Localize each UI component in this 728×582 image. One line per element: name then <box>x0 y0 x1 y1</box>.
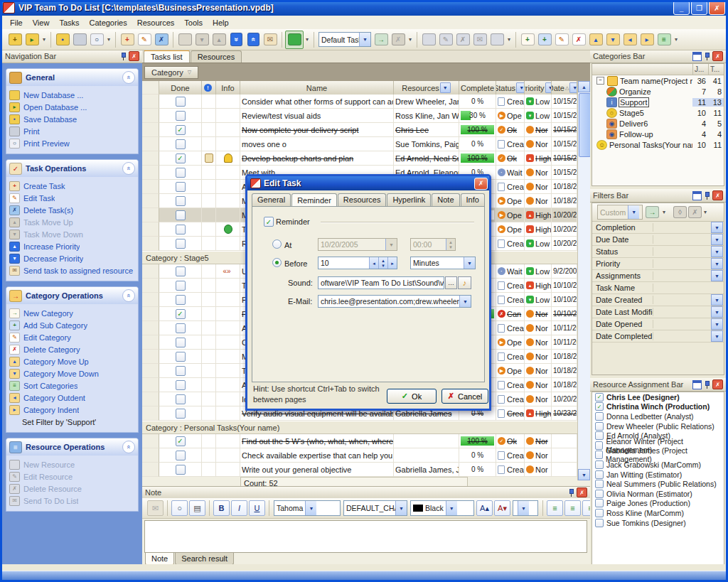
close-icon[interactable]: ✗ <box>712 51 723 61</box>
done-checkbox[interactable] <box>176 168 186 178</box>
chevron-down-icon[interactable]: ▼ <box>395 501 407 515</box>
resource-item[interactable]: ✓Chris Lee (Designer) <box>592 392 724 402</box>
resource-checkbox[interactable] <box>595 451 603 459</box>
resource-checkbox[interactable] <box>595 509 604 517</box>
resource-checkbox[interactable] <box>595 431 604 440</box>
sidebar-item-decrease-priority[interactable]: ▾Decrease Priority <box>9 252 136 264</box>
align-center-icon[interactable]: ≡ <box>564 500 581 516</box>
sidebar-item-sort-categories[interactable]: ≡Sort Categories <box>9 379 136 392</box>
chevron-down-icon[interactable]: ▼ <box>516 82 525 93</box>
decrease-priority-icon[interactable]: » <box>228 31 245 48</box>
column-header-info[interactable]: Info <box>216 81 240 95</box>
dropdown-caret-icon[interactable]: ▾ <box>702 209 709 215</box>
menu-item-resources[interactable]: Resources <box>132 17 180 28</box>
email-combo[interactable]: chris.lee@presentation.com;drew.wheeler@… <box>318 295 471 308</box>
sidebar-item-category-move-down[interactable]: ▾Category Move Down <box>9 367 136 379</box>
note-text-area[interactable] <box>144 520 587 553</box>
print-preview-icon[interactable]: ○ <box>88 31 105 48</box>
sidebar-item-print-preview[interactable]: ○Print Preview <box>9 137 136 149</box>
note-print-icon[interactable]: ▤ <box>189 500 205 516</box>
done-checkbox[interactable] <box>176 210 186 220</box>
chevron-down-icon[interactable]: ▼ <box>711 246 723 257</box>
done-checkbox[interactable] <box>176 239 186 249</box>
chevron-down-icon[interactable]: ▼ <box>711 222 723 233</box>
minimize-button[interactable]: _ <box>673 1 690 15</box>
sidebar-item-new-category[interactable]: →New Category <box>9 307 136 319</box>
done-checkbox[interactable] <box>176 394 186 404</box>
before-unit-combo[interactable]: Minutes ▼ <box>410 257 476 269</box>
table-row[interactable]: moves one oSue Tomkins, Paige Jones0 %Cr… <box>142 137 577 151</box>
nav-group-header[interactable]: →Category Operations« <box>6 287 138 304</box>
dialog-tab-reminder[interactable]: Reminder <box>291 193 337 206</box>
resource-checkbox[interactable] <box>595 519 604 527</box>
nav-group-header[interactable]: ✓Task Operations« <box>6 160 138 177</box>
font-color-combo[interactable]: Black▼ <box>410 500 474 516</box>
group-by-category-button[interactable]: Category ▽ <box>144 66 198 79</box>
sidebar-item-send-task-to-assigned-resource[interactable]: ✉Send task to assigned resource <box>9 264 136 276</box>
resource-item[interactable]: Paige Jones (Production) <box>592 499 724 509</box>
pin-icon[interactable] <box>704 191 710 200</box>
print-icon[interactable] <box>71 31 88 48</box>
task-table-scrollbar[interactable]: ▲ ▼ <box>577 81 590 480</box>
column-header-date[interactable]: Date△▼ <box>552 81 577 95</box>
resource-item[interactable]: Jan Witting (Estimator) <box>592 470 724 480</box>
italic-button[interactable]: I <box>231 500 247 516</box>
resource-checkbox[interactable] <box>595 441 603 450</box>
menu-item-help[interactable]: Help <box>208 17 234 28</box>
add-sub-category-icon[interactable]: + <box>536 31 553 48</box>
edit-category-icon[interactable]: ✎ <box>553 31 570 48</box>
filter-row-due-date[interactable]: Due Date▼ <box>592 234 724 246</box>
new-category-icon[interactable]: + <box>519 31 536 48</box>
tree-column-0[interactable]: J... <box>692 64 708 75</box>
table-row[interactable]: Consider what other forms of support can… <box>142 95 577 109</box>
browse-sound-button[interactable]: … <box>445 276 457 289</box>
dialog-tab-resources[interactable]: Resources <box>338 193 387 206</box>
resource-item[interactable]: Donna Ledbetter (Analyst) <box>592 411 724 421</box>
category-outdent-icon[interactable]: ◂ <box>621 31 638 48</box>
filter-row-assignments[interactable]: Assignments▼ <box>592 270 724 282</box>
column-header-priority[interactable]: Priority▼ <box>525 81 552 95</box>
note-preview-icon[interactable]: ○ <box>171 500 188 516</box>
close-icon[interactable]: ✗ <box>712 190 723 200</box>
save-database-icon[interactable]: ▪ <box>54 31 71 48</box>
filter-row-priority[interactable]: Priority▼ <box>592 258 724 270</box>
column-header-done[interactable]: Done <box>159 81 202 95</box>
nav-group-header[interactable]: General« <box>6 69 138 86</box>
dropdown-caret-icon[interactable]: ▾ <box>660 209 668 215</box>
done-checkbox[interactable]: ✓ <box>176 436 186 446</box>
scroll-thumb[interactable] <box>579 93 591 157</box>
print-preview-caret[interactable]: ▾ <box>105 36 112 43</box>
char-style-combo[interactable]: DEFAULT_CHAR▼ <box>343 500 407 516</box>
tree-item-organize[interactable]: Organize78 <box>592 86 724 97</box>
cancel-button[interactable]: ✗ Cancel <box>441 389 488 404</box>
spin-up-down-icon[interactable]: ▴▾ <box>378 257 387 269</box>
increase-font-icon[interactable]: A▴ <box>476 500 493 516</box>
resource-checkbox[interactable] <box>595 490 604 498</box>
new-database-icon[interactable]: + <box>6 31 23 48</box>
sidebar-item-edit-task[interactable]: ✎Edit Task <box>9 192 136 204</box>
resource-checkbox[interactable] <box>595 499 604 507</box>
apply-filter-icon[interactable]: → <box>646 206 659 218</box>
scroll-up-icon[interactable]: ▲ <box>578 81 590 92</box>
decrease-font-icon[interactable]: A▾ <box>494 500 510 516</box>
close-icon[interactable]: ✗ <box>577 487 587 497</box>
chevron-down-icon[interactable]: ▼ <box>711 294 723 306</box>
sidebar-item-category-move-up[interactable]: ▴Category Move Up <box>9 355 136 367</box>
open-database-caret[interactable]: ▾ <box>41 36 48 43</box>
resource-item[interactable]: Drew Wheeler (Public Relations) <box>592 421 724 431</box>
done-checkbox[interactable] <box>176 295 186 305</box>
done-checkbox[interactable]: ✓ <box>176 125 186 135</box>
font-size-combo[interactable]: ▼ <box>513 500 538 516</box>
column-header-resources[interactable]: Resources▼ <box>394 81 459 95</box>
sound-field[interactable]: oftware\VIP Team To Do List\Sound\virgin… <box>318 276 444 289</box>
dialog-tab-hyperlink[interactable]: Hyperlink <box>387 193 431 206</box>
sidebar-item-edit-category[interactable]: ✎Edit Category <box>9 331 136 343</box>
chevron-down-icon[interactable]: ▼ <box>440 82 451 93</box>
resource-item[interactable]: Neal Summers (Public Relations) <box>592 479 724 489</box>
create-task-icon[interactable]: + <box>119 31 136 48</box>
chevron-down-icon[interactable]: ▼ <box>711 234 723 245</box>
task-view-combo[interactable]: Default Task V▼ <box>318 32 371 47</box>
tree-column-1[interactable]: T... <box>708 64 724 75</box>
done-checkbox[interactable] <box>176 352 186 362</box>
filter-row-completion[interactable]: Completion▼ <box>592 222 724 234</box>
